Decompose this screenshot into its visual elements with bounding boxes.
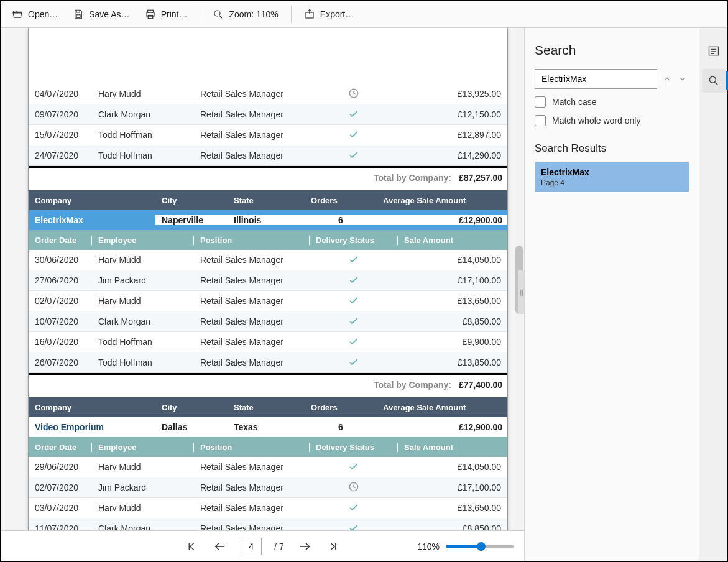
- col-city: City: [155, 403, 228, 412]
- search-input[interactable]: [535, 69, 657, 89]
- search-panel-button[interactable]: [702, 69, 726, 93]
- whole-word-checkbox[interactable]: [535, 115, 546, 126]
- check-icon: [348, 298, 360, 308]
- company-summary-row: ElectrixMax Naperville Illinois 6 £12,90…: [29, 210, 507, 230]
- toolbar-separator: [200, 6, 200, 23]
- cell-date: 16/07/2020: [29, 337, 92, 347]
- table-row: 03/07/2020Harv MuddRetail Sales Manager£…: [29, 498, 507, 518]
- check-icon: [348, 112, 360, 122]
- cell-position: Retail Sales Manager: [194, 275, 310, 285]
- col-orders: Orders: [305, 403, 377, 412]
- cell-employee: Clark Morgan: [92, 523, 194, 530]
- cell-date: 09/07/2020: [29, 109, 92, 119]
- zoom-percent: 110%: [417, 541, 440, 551]
- side-stack: Search Match case Match whole wo: [524, 28, 727, 561]
- cell-amount: £13,850.00: [398, 357, 507, 367]
- cell-amount: £14,050.00: [398, 255, 507, 265]
- cell-employee: Harv Mudd: [92, 255, 194, 265]
- cell-amount: £17,100.00: [398, 482, 507, 492]
- cell-employee: Harv Mudd: [92, 462, 194, 472]
- table-row: 11/07/2020Clark MorganRetail Sales Manag…: [29, 518, 507, 530]
- col-state: State: [228, 196, 305, 205]
- save-as-label: Save As…: [89, 9, 129, 19]
- export-button[interactable]: Export…: [298, 5, 360, 24]
- open-label: Open…: [28, 9, 58, 19]
- table-row: 26/07/2020Todd HoffmanRetail Sales Manag…: [29, 352, 507, 373]
- cell-delivery: [310, 149, 398, 163]
- col-amount: Sale Amount: [398, 443, 507, 452]
- company-orders: 6: [305, 215, 377, 225]
- search-panel: Search Match case Match whole wo: [524, 28, 699, 561]
- svg-rect-3: [148, 15, 153, 18]
- cell-date: 04/07/2020: [29, 89, 92, 99]
- prev-page-button[interactable]: [212, 538, 228, 555]
- group-total-row: Total by Company: £87,257.00: [29, 168, 507, 190]
- check-icon: [348, 278, 360, 288]
- cell-employee: Jim Packard: [92, 275, 194, 285]
- cell-date: 27/06/2020: [29, 275, 92, 285]
- page-number-input[interactable]: [241, 538, 262, 555]
- cell-position: Retail Sales Manager: [194, 130, 310, 140]
- check-icon: [348, 153, 360, 163]
- document-area: || 04/07/2020Harv MuddRetail Sales Manag…: [1, 28, 524, 561]
- search-title: Search: [535, 43, 689, 58]
- parameters-panel-button[interactable]: [702, 39, 726, 63]
- cell-employee: Harv Mudd: [92, 89, 194, 99]
- check-icon: [348, 464, 360, 474]
- splitter-handle[interactable]: ||: [518, 270, 524, 314]
- result-page: Page 4: [541, 178, 683, 187]
- cell-amount: £17,100.00: [398, 275, 507, 285]
- zoom-slider[interactable]: [446, 545, 514, 548]
- cell-amount: £13,925.00: [398, 89, 507, 99]
- search-result-item[interactable]: ElectrixMax Page 4: [535, 162, 689, 192]
- match-case-row[interactable]: Match case: [535, 96, 689, 108]
- col-avg: Average Sale Amount: [377, 403, 507, 412]
- cell-date: 30/06/2020: [29, 255, 92, 265]
- cell-amount: £8,850.00: [398, 316, 507, 326]
- open-button[interactable]: Open…: [6, 5, 64, 24]
- save-as-button[interactable]: Save As…: [67, 5, 136, 24]
- search-prev-button[interactable]: [661, 73, 673, 85]
- sub-header: Order Date Employee Position Delivery St…: [29, 230, 507, 250]
- document-scroll[interactable]: || 04/07/2020Harv MuddRetail Sales Manag…: [1, 28, 524, 530]
- cell-delivery: [310, 501, 398, 515]
- table-row: 29/06/2020Harv MuddRetail Sales Manager£…: [29, 457, 507, 477]
- table-row: 16/07/2020Todd HoffmanRetail Sales Manag…: [29, 332, 507, 352]
- first-page-button[interactable]: [183, 538, 200, 555]
- col-city: City: [155, 196, 228, 205]
- cell-amount: £9,900.00: [398, 337, 507, 347]
- zoom-slider-thumb[interactable]: [477, 542, 486, 551]
- cell-employee: Clark Morgan: [92, 109, 194, 119]
- cell-amount: £8,850.00: [398, 523, 507, 530]
- main-area: || 04/07/2020Harv MuddRetail Sales Manag…: [1, 28, 727, 561]
- print-button[interactable]: Print…: [139, 5, 194, 24]
- check-icon: [348, 360, 360, 370]
- col-order-date: Order Date: [29, 236, 92, 245]
- cell-position: Retail Sales Manager: [194, 296, 310, 306]
- col-delivery: Delivery Status: [310, 443, 398, 452]
- whole-word-label: Match whole word only: [552, 116, 640, 126]
- cell-date: 11/07/2020: [29, 523, 92, 530]
- cell-delivery: [310, 356, 398, 370]
- col-company: Company: [29, 403, 155, 412]
- cell-employee: Todd Hoffman: [92, 357, 194, 367]
- col-amount: Sale Amount: [398, 236, 507, 245]
- cell-date: 26/07/2020: [29, 357, 92, 367]
- svg-point-9: [709, 76, 716, 83]
- zoom-label: Zoom: 110%: [229, 9, 278, 19]
- cell-employee: Harv Mudd: [92, 503, 194, 513]
- match-case-checkbox[interactable]: [535, 96, 546, 108]
- company-summary-row: Video Emporium Dallas Texas 6 £12,900.00: [29, 417, 507, 437]
- last-page-button[interactable]: [325, 538, 341, 555]
- report-content: 04/07/2020Harv MuddRetail Sales Manager£…: [29, 28, 507, 530]
- total-label: Total by Company:: [374, 380, 451, 390]
- search-next-button[interactable]: [677, 73, 689, 85]
- table-row: 15/07/2020Todd HoffmanRetail Sales Manag…: [29, 125, 507, 145]
- check-icon: [348, 339, 360, 349]
- svg-point-4: [214, 11, 220, 16]
- next-page-button[interactable]: [297, 538, 313, 555]
- result-name: ElectrixMax: [541, 167, 683, 177]
- zoom-button[interactable]: Zoom: 110%: [206, 5, 284, 24]
- whole-word-row[interactable]: Match whole word only: [535, 115, 689, 126]
- cell-date: 10/07/2020: [29, 316, 92, 326]
